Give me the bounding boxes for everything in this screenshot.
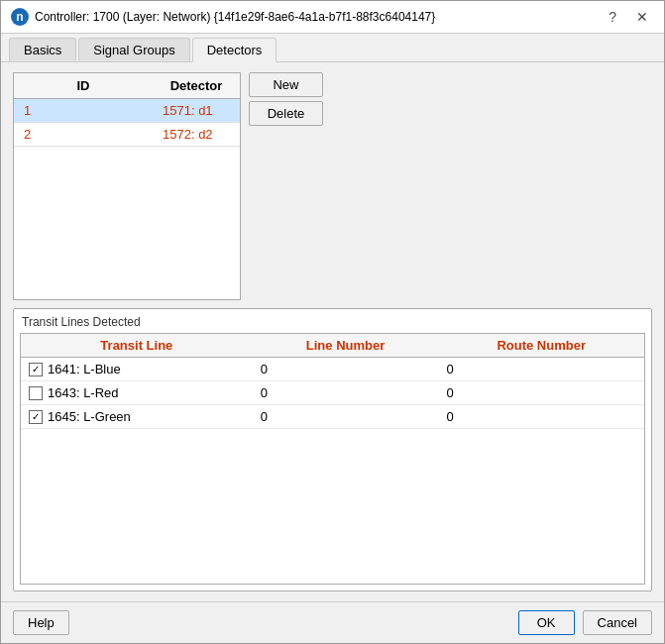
main-window: n Controller: 1700 (Layer: Network) {14f… xyxy=(0,0,665,644)
cell-line-number-3: 0 xyxy=(253,405,439,429)
transit-section: Transit Lines Detected Transit Line Line… xyxy=(13,308,652,591)
transit-table: Transit Line Line Number Route Number 16… xyxy=(21,334,644,429)
title-bar-controls: ? ✕ xyxy=(603,7,654,27)
side-buttons: New Delete xyxy=(249,72,323,300)
title-bar-left: n Controller: 1700 (Layer: Network) {14f… xyxy=(11,8,435,26)
col-line-number: Line Number xyxy=(253,334,439,358)
new-button[interactable]: New xyxy=(249,72,323,97)
checkbox-1641[interactable] xyxy=(29,363,43,376)
tab-detectors[interactable]: Detectors xyxy=(192,38,277,62)
cell-transit-line-3: 1645: L-Green xyxy=(21,405,253,429)
help-window-button[interactable]: ? xyxy=(603,7,622,27)
col-detector: Detector xyxy=(153,73,240,99)
transit-section-label: Transit Lines Detected xyxy=(22,315,643,329)
label-1645: 1645: L-Green xyxy=(48,409,131,424)
bottom-right-buttons: OK Cancel xyxy=(518,610,652,635)
checkbox-1643[interactable] xyxy=(29,386,43,400)
help-button[interactable]: Help xyxy=(13,610,69,635)
window-title: Controller: 1700 (Layer: Network) {14f1e… xyxy=(35,10,435,24)
table-row[interactable]: 1 1571: d1 xyxy=(14,99,240,123)
cell-route-number-1: 0 xyxy=(438,358,644,381)
cell-transit-line-2: 1643: L-Red xyxy=(21,381,253,405)
table-row[interactable]: 1643: L-Red 0 0 xyxy=(21,381,644,405)
table-row[interactable]: 1641: L-Blue 0 0 xyxy=(21,358,644,381)
col-route-number: Route Number xyxy=(438,334,644,358)
close-window-button[interactable]: ✕ xyxy=(630,7,654,27)
tab-bar: Basics Signal Groups Detectors xyxy=(1,34,664,62)
tab-basics[interactable]: Basics xyxy=(9,38,76,61)
main-content: ID Detector 1 1571: d1 2 1572: d2 xyxy=(1,62,664,601)
checkbox-1645[interactable] xyxy=(29,410,43,424)
cell-line-number-2: 0 xyxy=(253,381,439,405)
cell-route-number-3: 0 xyxy=(438,405,644,429)
detectors-table-container: ID Detector 1 1571: d1 2 1572: d2 xyxy=(13,72,241,300)
cell-detector: 1572: d2 xyxy=(153,123,240,147)
table-row[interactable]: 2 1572: d2 xyxy=(14,123,240,147)
transit-table-container: Transit Line Line Number Route Number 16… xyxy=(20,333,645,585)
title-bar: n Controller: 1700 (Layer: Network) {14f… xyxy=(1,1,664,34)
cell-line-number-1: 0 xyxy=(253,358,439,381)
col-transit-line: Transit Line xyxy=(21,334,253,358)
label-1641: 1641: L-Blue xyxy=(48,362,121,376)
ok-button[interactable]: OK xyxy=(518,610,575,635)
delete-button[interactable]: Delete xyxy=(249,101,323,126)
cell-id: 1 xyxy=(14,99,153,123)
cancel-button[interactable]: Cancel xyxy=(583,610,652,635)
app-icon: n xyxy=(11,8,29,26)
bottom-bar: Help OK Cancel xyxy=(1,601,664,643)
cell-detector: 1571: d1 xyxy=(153,99,240,123)
table-row[interactable]: 1645: L-Green 0 0 xyxy=(21,405,644,429)
col-id: ID xyxy=(14,73,153,99)
tab-signal-groups[interactable]: Signal Groups xyxy=(78,38,189,61)
detectors-section: ID Detector 1 1571: d1 2 1572: d2 xyxy=(13,72,652,300)
cell-transit-line-1: 1641: L-Blue xyxy=(21,358,253,381)
label-1643: 1643: L-Red xyxy=(48,385,119,400)
cell-id: 2 xyxy=(14,123,153,147)
cell-route-number-2: 0 xyxy=(438,381,644,405)
detectors-table: ID Detector 1 1571: d1 2 1572: d2 xyxy=(14,73,240,147)
